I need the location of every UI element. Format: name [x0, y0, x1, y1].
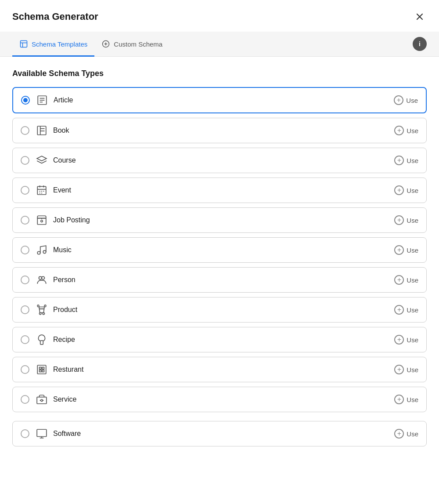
use-plus-icon-resturant: + — [394, 365, 404, 374]
radio-music[interactable] — [21, 246, 29, 254]
schema-item-recipe[interactable]: Recipe + Use — [12, 327, 427, 352]
schema-item-music[interactable]: Music + Use — [12, 237, 427, 263]
schema-item-resturant[interactable]: Resturant + Use — [12, 357, 427, 382]
schema-label-music: Music — [53, 246, 394, 254]
template-icon — [19, 40, 28, 48]
use-plus-icon-person: + — [394, 275, 404, 285]
modal-title: Schema Generator — [12, 11, 98, 22]
recipe-icon — [36, 334, 48, 346]
svg-point-28 — [37, 251, 40, 254]
close-button[interactable] — [413, 10, 427, 24]
radio-book[interactable] — [21, 126, 29, 135]
use-plus-icon-recipe: + — [394, 335, 404, 344]
use-button-software[interactable]: + Use — [394, 429, 418, 439]
use-label-music: Use — [407, 247, 418, 254]
use-plus-icon-article: + — [394, 95, 403, 105]
schema-label-job-posting: Job Posting — [53, 216, 394, 224]
book-icon — [36, 124, 48, 137]
use-plus-icon-job-posting: + — [394, 215, 404, 225]
schema-item-article[interactable]: Article + Use — [12, 87, 427, 113]
schema-label-book: Book — [53, 127, 394, 134]
use-button-book[interactable]: + Use — [394, 126, 418, 135]
radio-resturant[interactable] — [21, 365, 29, 374]
radio-recipe[interactable] — [21, 335, 29, 344]
use-button-event[interactable]: + Use — [394, 185, 418, 195]
use-plus-icon-product: + — [394, 305, 404, 315]
tab-schema-templates[interactable]: Schema Templates — [12, 32, 94, 57]
use-plus-icon-book: + — [394, 126, 404, 135]
use-button-product[interactable]: + Use — [394, 305, 418, 315]
schema-label-recipe: Recipe — [53, 336, 394, 344]
radio-service[interactable] — [21, 395, 29, 404]
svg-rect-40 — [37, 397, 47, 404]
job-posting-icon — [36, 214, 48, 226]
person-icon — [36, 274, 48, 286]
svg-point-41 — [41, 399, 43, 401]
radio-course[interactable] — [21, 156, 29, 165]
use-button-job-posting[interactable]: + Use — [394, 215, 418, 225]
use-label-software: Use — [407, 430, 418, 438]
schema-item-course[interactable]: Course + Use — [12, 148, 427, 173]
use-button-resturant[interactable]: + Use — [394, 365, 418, 374]
schema-label-person: Person — [53, 276, 394, 284]
use-label-person: Use — [407, 276, 418, 284]
schema-generator-modal: Schema Generator Schema Templates — [0, 0, 439, 504]
use-button-recipe[interactable]: + Use — [394, 335, 418, 344]
svg-rect-2 — [21, 41, 27, 47]
use-plus-icon-service: + — [394, 395, 404, 404]
schema-label-service: Service — [53, 395, 394, 403]
radio-software[interactable] — [21, 429, 29, 438]
use-plus-icon-software: + — [394, 429, 404, 439]
restaurant-icon — [36, 363, 48, 376]
close-icon — [414, 11, 425, 22]
svg-rect-12 — [37, 126, 46, 135]
info-icon: i — [419, 40, 421, 47]
use-label-article: Use — [406, 97, 418, 104]
use-plus-icon-music: + — [394, 245, 404, 255]
use-label-job-posting: Use — [407, 217, 418, 224]
tab-schema-templates-label: Schema Templates — [32, 40, 87, 48]
use-button-music[interactable]: + Use — [394, 245, 418, 255]
modal-header: Schema Generator — [0, 0, 439, 32]
schema-item-product[interactable]: Product + Use — [12, 297, 427, 323]
svg-point-31 — [42, 276, 45, 279]
radio-product[interactable] — [21, 305, 29, 314]
use-label-resturant: Use — [407, 366, 418, 373]
schema-label-resturant: Resturant — [53, 366, 394, 373]
template-svg — [19, 40, 28, 48]
use-button-person[interactable]: + Use — [394, 275, 418, 285]
schema-item-service[interactable]: Service + Use — [12, 387, 427, 412]
section-title: Available Schema Types — [12, 69, 427, 78]
use-plus-icon-course: + — [394, 156, 404, 165]
svg-point-26 — [41, 220, 43, 222]
radio-article[interactable] — [21, 96, 30, 105]
software-icon — [36, 428, 48, 440]
schema-item-person[interactable]: Person + Use — [12, 267, 427, 293]
schema-item-book[interactable]: Book + Use — [12, 118, 427, 143]
tabs-bar: Schema Templates Custom Schema i — [0, 32, 439, 57]
tab-custom-schema[interactable]: Custom Schema — [94, 32, 169, 57]
schema-item-job-posting[interactable]: Job Posting + Use — [12, 207, 427, 233]
use-label-event: Use — [407, 187, 418, 194]
radio-person[interactable] — [21, 276, 29, 284]
schema-label-event: Event — [53, 186, 394, 194]
schema-item-software[interactable]: Software + Use — [12, 421, 427, 446]
radio-event[interactable] — [21, 186, 29, 195]
use-button-service[interactable]: + Use — [394, 395, 418, 404]
radio-job-posting[interactable] — [21, 216, 29, 225]
svg-rect-36 — [40, 367, 41, 369]
use-label-product: Use — [407, 306, 418, 314]
svg-rect-35 — [37, 365, 46, 374]
schema-item-event[interactable]: Event + Use — [12, 178, 427, 203]
use-plus-icon-event: + — [394, 185, 404, 195]
use-label-service: Use — [407, 396, 418, 403]
tab-custom-schema-label: Custom Schema — [114, 40, 162, 48]
use-button-course[interactable]: + Use — [394, 156, 418, 165]
svg-point-30 — [39, 276, 42, 279]
event-icon — [36, 184, 48, 196]
info-button[interactable]: i — [413, 37, 427, 51]
service-icon — [36, 393, 48, 406]
use-label-recipe: Use — [407, 336, 418, 344]
svg-rect-38 — [40, 370, 41, 372]
use-button-article[interactable]: + Use — [394, 95, 418, 105]
